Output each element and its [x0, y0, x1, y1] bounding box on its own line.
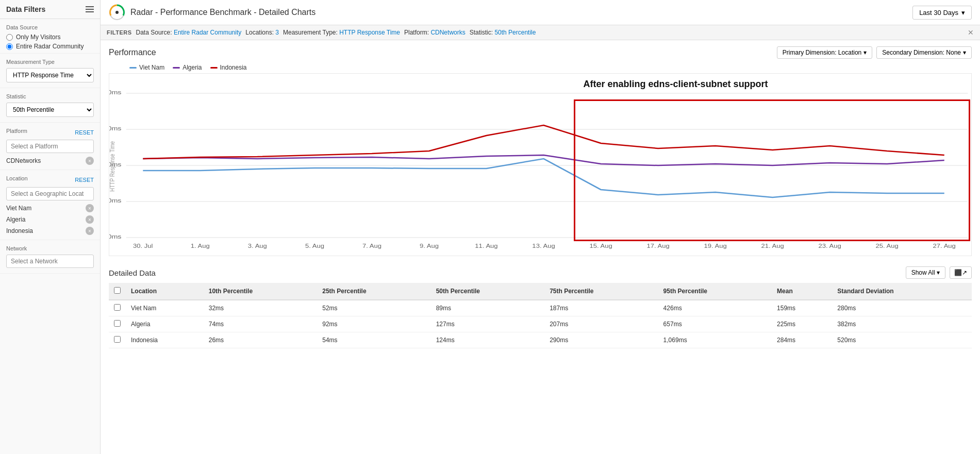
- row-checkbox-cell-1: [109, 316, 126, 332]
- show-all-button[interactable]: Show All ▾: [906, 266, 945, 279]
- content-area: Performance Primary Dimension: Location …: [101, 40, 980, 454]
- table-body: Viet Nam 32ms 52ms 89ms 187ms 426ms 159m…: [109, 300, 972, 348]
- svg-text:7. Aug: 7. Aug: [362, 243, 381, 249]
- cell-mean-2: 284ms: [772, 332, 832, 348]
- table-row: Algeria 74ms 92ms 127ms 207ms 657ms 225m…: [109, 316, 972, 332]
- chart-wrapper: After enabling edns-client-subnet suppor…: [109, 73, 972, 256]
- legend-label-vietnam: Viet Nam: [139, 64, 164, 71]
- cell-p25-1: 92ms: [317, 316, 430, 332]
- filter-chip-platform: Platform: CDNetworks: [404, 29, 466, 36]
- svg-text:27. Aug: 27. Aug: [933, 243, 956, 249]
- platform-tag-cdnetworks: CDNetworks ×: [6, 155, 94, 166]
- row-checkbox-cell-2: [109, 332, 126, 348]
- legend-item-vietnam: Viet Nam: [129, 64, 164, 71]
- cell-p50-0: 89ms: [431, 300, 544, 316]
- radio-my-visitors[interactable]: Only My Visitors: [6, 33, 94, 41]
- col-p25: 25th Percentile: [317, 283, 430, 300]
- primary-dimension-button[interactable]: Primary Dimension: Location ▾: [777, 46, 872, 59]
- svg-text:15. Aug: 15. Aug: [589, 243, 612, 249]
- platform-section-row: Platform RESET: [6, 128, 94, 137]
- line-vietnam: [143, 159, 944, 197]
- primary-dimension-label: Primary Dimension: Location: [783, 49, 861, 56]
- location-tag-algeria-label: Algeria: [6, 216, 25, 223]
- cell-p75-2: 290ms: [544, 332, 658, 348]
- svg-text:9. Aug: 9. Aug: [420, 243, 439, 249]
- data-source-label: Data Source: [6, 24, 94, 30]
- cell-p10-1: 74ms: [204, 316, 317, 332]
- hamburger-icon[interactable]: [86, 6, 94, 12]
- svg-text:1. Aug: 1. Aug: [191, 243, 210, 249]
- cell-p75-1: 207ms: [544, 316, 658, 332]
- radio-entire-community-label: Entire Radar Community: [16, 43, 84, 50]
- statistic-section: Statistic 10th Percentile 25th Percentil…: [0, 88, 100, 123]
- cell-location-0: Viet Nam: [126, 300, 204, 316]
- platform-reset[interactable]: RESET: [75, 129, 94, 136]
- platform-input[interactable]: [6, 140, 94, 153]
- select-all-checkbox[interactable]: [114, 287, 121, 294]
- export-icon: ⬛↗: [954, 269, 967, 276]
- row-checkbox-1[interactable]: [114, 320, 121, 327]
- cell-p75-0: 187ms: [544, 300, 658, 316]
- cell-mean-0: 159ms: [772, 300, 832, 316]
- filters-label: FILTERS: [107, 29, 132, 36]
- svg-text:200ms: 200ms: [109, 89, 122, 96]
- location-tag-vietnam-remove[interactable]: ×: [86, 204, 94, 212]
- radio-entire-community[interactable]: Entire Radar Community: [6, 43, 94, 50]
- measurement-type-select[interactable]: HTTP Response Time DNS Lookup Time Conne…: [6, 68, 94, 82]
- location-tag-indonesia-remove[interactable]: ×: [86, 227, 94, 235]
- table-header-row: Location 10th Percentile 25th Percentile…: [109, 283, 972, 300]
- svg-text:HTTP Response Time: HTTP Response Time: [109, 141, 116, 192]
- sidebar: Data Filters Data Source Only My Visitor…: [0, 0, 101, 454]
- row-checkbox-0[interactable]: [114, 304, 121, 311]
- cell-p95-0: 426ms: [658, 300, 772, 316]
- dimension-controls: Primary Dimension: Location ▾ Secondary …: [777, 46, 972, 59]
- export-button[interactable]: ⬛↗: [950, 266, 972, 279]
- statistic-select[interactable]: 10th Percentile 25th Percentile 50th Per…: [6, 103, 94, 117]
- filters-bar: FILTERS Data Source: Entire Radar Commun…: [101, 25, 980, 40]
- location-tag-algeria-remove[interactable]: ×: [86, 215, 94, 224]
- location-input[interactable]: [6, 187, 94, 200]
- statistic-label: Statistic: [6, 93, 94, 99]
- radio-my-visitors-input[interactable]: [6, 34, 13, 41]
- svg-text:50ms: 50ms: [109, 197, 122, 204]
- cell-std-0: 280ms: [832, 300, 972, 316]
- svg-text:13. Aug: 13. Aug: [532, 243, 555, 249]
- location-reset[interactable]: RESET: [75, 177, 94, 183]
- secondary-dimension-label: Secondary Dimension: None: [882, 49, 961, 56]
- cell-location-1: Algeria: [126, 316, 204, 332]
- location-tag-indonesia-label: Indonesia: [6, 227, 33, 234]
- network-label: Network: [6, 245, 94, 251]
- cell-p10-0: 32ms: [204, 300, 317, 316]
- legend-label-algeria: Algeria: [182, 64, 202, 71]
- svg-text:19. Aug: 19. Aug: [704, 243, 726, 249]
- measurement-type-section: Measurement Type HTTP Response Time DNS …: [0, 54, 100, 88]
- platform-tag-label: CDNetworks: [6, 157, 41, 164]
- secondary-dimension-button[interactable]: Secondary Dimension: None ▾: [876, 46, 972, 59]
- cell-mean-1: 225ms: [772, 316, 832, 332]
- svg-text:3. Aug: 3. Aug: [248, 243, 267, 249]
- col-std: Standard Deviation: [832, 283, 972, 300]
- data-source-section: Data Source Only My Visitors Entire Rada…: [0, 19, 100, 54]
- legend-color-indonesia: [210, 67, 218, 69]
- row-checkbox-2[interactable]: [114, 336, 121, 343]
- col-mean: Mean: [772, 283, 832, 300]
- topbar-left: Radar - Performance Benchmark - Detailed…: [109, 4, 315, 21]
- network-section: Network: [0, 240, 100, 274]
- date-range-button[interactable]: Last 30 Days ▾: [912, 6, 972, 20]
- platform-tag-remove[interactable]: ×: [86, 157, 94, 165]
- filter-chip-statistic: Statistic: 50th Percentile: [470, 29, 536, 36]
- platform-section: Platform RESET CDNetworks ×: [0, 123, 100, 170]
- location-section-row: Location RESET: [6, 175, 94, 184]
- radio-entire-community-input[interactable]: [6, 43, 13, 50]
- network-input[interactable]: [6, 255, 94, 268]
- filters-close-button[interactable]: ✕: [968, 28, 974, 37]
- data-source-radio-group: Only My Visitors Entire Radar Community: [6, 33, 94, 50]
- legend-color-vietnam: [129, 67, 137, 69]
- col-p10: 10th Percentile: [204, 283, 317, 300]
- cell-p10-2: 26ms: [204, 332, 317, 348]
- chart-legend: Viet Nam Algeria Indonesia: [109, 64, 972, 71]
- svg-text:25. Aug: 25. Aug: [876, 243, 899, 249]
- topbar-title: Radar - Performance Benchmark - Detailed…: [130, 8, 315, 17]
- chart-svg: 200ms 150ms 100ms 50ms 0ms HTTP Response…: [109, 79, 971, 254]
- chart-title: Performance: [109, 48, 156, 57]
